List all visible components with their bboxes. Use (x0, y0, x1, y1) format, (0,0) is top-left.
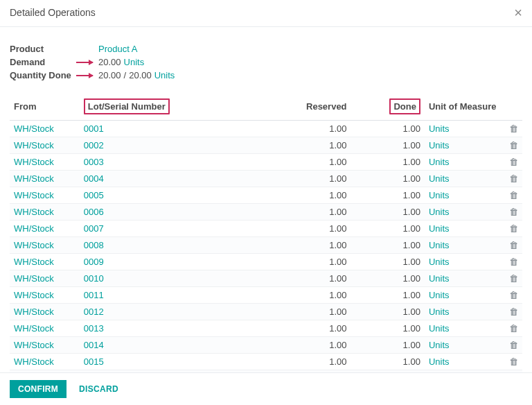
cell-delete[interactable]: 🗑 (502, 304, 522, 320)
cell-from[interactable]: WH/Stock (10, 287, 80, 304)
close-button[interactable]: × (514, 6, 522, 19)
trash-icon[interactable]: 🗑 (509, 307, 518, 317)
cell-lot[interactable]: 0011 (80, 287, 258, 304)
cell-reserved[interactable]: 1.00 (258, 287, 351, 304)
cell-lot[interactable]: 0007 (80, 221, 258, 237)
cell-lot[interactable]: 0002 (80, 137, 258, 154)
cell-reserved[interactable]: 1.00 (258, 304, 351, 320)
trash-icon[interactable]: 🗑 (509, 257, 518, 267)
cell-uom[interactable]: Units (425, 304, 502, 320)
cell-lot[interactable]: 0001 (80, 121, 258, 137)
cell-from[interactable]: WH/Stock (10, 187, 80, 204)
cell-from[interactable]: WH/Stock (10, 237, 80, 254)
cell-lot[interactable]: 0012 (80, 304, 258, 320)
cell-reserved[interactable]: 1.00 (258, 270, 351, 287)
cell-uom[interactable]: Units (425, 121, 502, 137)
cell-done[interactable]: 1.00 (351, 270, 425, 287)
cell-reserved[interactable]: 1.00 (258, 337, 351, 354)
cell-from[interactable]: WH/Stock (10, 137, 80, 154)
cell-delete[interactable]: 🗑 (502, 187, 522, 204)
cell-uom[interactable]: Units (425, 221, 502, 237)
cell-delete[interactable]: 🗑 (502, 204, 522, 221)
cell-delete[interactable]: 🗑 (502, 320, 522, 337)
cell-reserved[interactable]: 1.00 (258, 121, 351, 137)
cell-lot[interactable]: 0008 (80, 237, 258, 254)
table-row[interactable]: WH/Stock 0008 1.00 1.00 Units 🗑 (10, 237, 522, 254)
cell-from[interactable]: WH/Stock (10, 304, 80, 320)
cell-reserved[interactable]: 1.00 (258, 137, 351, 154)
trash-icon[interactable]: 🗑 (509, 240, 518, 250)
cell-uom[interactable]: Units (425, 254, 502, 270)
cell-uom[interactable]: Units (425, 270, 502, 287)
col-reserved-header[interactable]: Reserved (258, 90, 351, 121)
product-link[interactable]: Product A (98, 44, 137, 54)
trash-icon[interactable]: 🗑 (509, 290, 518, 300)
cell-lot[interactable]: 0016 (80, 370, 258, 373)
table-row[interactable]: WH/Stock 0003 1.00 1.00 Units 🗑 (10, 154, 522, 171)
modal-body-scroll[interactable]: Product Product A Demand 20.00 Units Qua… (0, 27, 532, 372)
cell-done[interactable]: 1.00 (351, 137, 425, 154)
cell-reserved[interactable]: 1.00 (258, 171, 351, 187)
trash-icon[interactable]: 🗑 (509, 273, 518, 284)
cell-from[interactable]: WH/Stock (10, 354, 80, 370)
cell-uom[interactable]: Units (425, 237, 502, 254)
cell-reserved[interactable]: 1.00 (258, 204, 351, 221)
table-row[interactable]: WH/Stock 0001 1.00 1.00 Units 🗑 (10, 121, 522, 137)
table-row[interactable]: WH/Stock 0004 1.00 1.00 Units 🗑 (10, 171, 522, 187)
cell-done[interactable]: 1.00 (351, 287, 425, 304)
cell-done[interactable]: 1.00 (351, 370, 425, 373)
table-row[interactable]: WH/Stock 0016 1.00 1.00 Units 🗑 (10, 370, 522, 373)
cell-uom[interactable]: Units (425, 187, 502, 204)
cell-delete[interactable]: 🗑 (502, 337, 522, 354)
cell-uom[interactable]: Units (425, 370, 502, 373)
cell-reserved[interactable]: 1.00 (258, 354, 351, 370)
cell-lot[interactable]: 0010 (80, 270, 258, 287)
table-row[interactable]: WH/Stock 0012 1.00 1.00 Units 🗑 (10, 304, 522, 320)
cell-done[interactable]: 1.00 (351, 354, 425, 370)
cell-lot[interactable]: 0003 (80, 154, 258, 171)
cell-lot[interactable]: 0004 (80, 171, 258, 187)
cell-lot[interactable]: 0013 (80, 320, 258, 337)
cell-from[interactable]: WH/Stock (10, 337, 80, 354)
cell-delete[interactable]: 🗑 (502, 287, 522, 304)
col-uom-header[interactable]: Unit of Measure (425, 90, 502, 121)
cell-uom[interactable]: Units (425, 287, 502, 304)
cell-done[interactable]: 1.00 (351, 304, 425, 320)
cell-delete[interactable]: 🗑 (502, 354, 522, 370)
table-row[interactable]: WH/Stock 0015 1.00 1.00 Units 🗑 (10, 354, 522, 370)
cell-from[interactable]: WH/Stock (10, 221, 80, 237)
cell-delete[interactable]: 🗑 (502, 370, 522, 373)
trash-icon[interactable]: 🗑 (509, 157, 518, 167)
cell-uom[interactable]: Units (425, 204, 502, 221)
trash-icon[interactable]: 🗑 (509, 223, 518, 234)
cell-lot[interactable]: 0014 (80, 337, 258, 354)
cell-lot[interactable]: 0005 (80, 187, 258, 204)
cell-reserved[interactable]: 1.00 (258, 187, 351, 204)
cell-done[interactable]: 1.00 (351, 221, 425, 237)
trash-icon[interactable]: 🗑 (509, 140, 518, 150)
table-row[interactable]: WH/Stock 0011 1.00 1.00 Units 🗑 (10, 287, 522, 304)
cell-uom[interactable]: Units (425, 137, 502, 154)
cell-uom[interactable]: Units (425, 154, 502, 171)
cell-from[interactable]: WH/Stock (10, 154, 80, 171)
cell-done[interactable]: 1.00 (351, 337, 425, 354)
cell-reserved[interactable]: 1.00 (258, 254, 351, 270)
cell-done[interactable]: 1.00 (351, 187, 425, 204)
cell-uom[interactable]: Units (425, 320, 502, 337)
cell-from[interactable]: WH/Stock (10, 254, 80, 270)
cell-lot[interactable]: 0009 (80, 254, 258, 270)
trash-icon[interactable]: 🗑 (509, 123, 518, 134)
cell-done[interactable]: 1.00 (351, 154, 425, 171)
confirm-button[interactable]: CONFIRM (10, 380, 66, 398)
trash-icon[interactable]: 🗑 (509, 173, 518, 184)
cell-reserved[interactable]: 1.00 (258, 154, 351, 171)
cell-from[interactable]: WH/Stock (10, 171, 80, 187)
cell-delete[interactable]: 🗑 (502, 137, 522, 154)
cell-done[interactable]: 1.00 (351, 320, 425, 337)
table-row[interactable]: WH/Stock 0013 1.00 1.00 Units 🗑 (10, 320, 522, 337)
cell-delete[interactable]: 🗑 (502, 237, 522, 254)
col-done-header[interactable]: Done (351, 90, 425, 121)
table-row[interactable]: WH/Stock 0002 1.00 1.00 Units 🗑 (10, 137, 522, 154)
cell-done[interactable]: 1.00 (351, 237, 425, 254)
col-from-header[interactable]: From (10, 90, 80, 121)
